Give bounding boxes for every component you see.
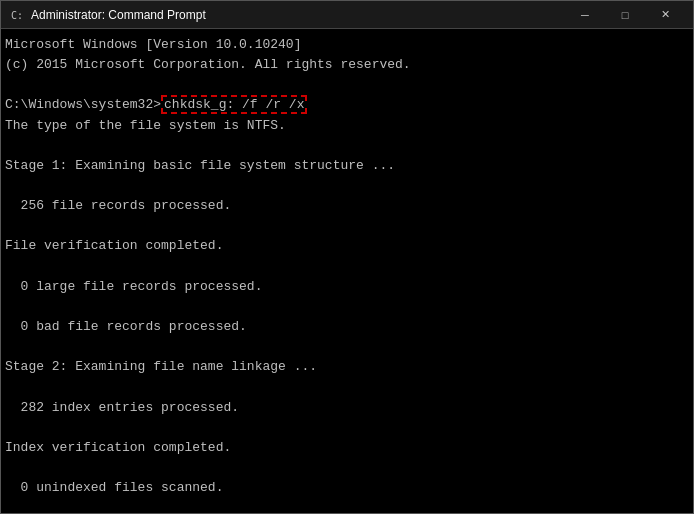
line-23: 0 unindexed files scanned. xyxy=(5,478,689,498)
line-18 xyxy=(5,377,689,397)
line-1: Microsoft Windows [Version 10.0.10240] xyxy=(5,35,689,55)
maximize-button[interactable]: □ xyxy=(605,1,645,29)
command-text: chkdsk_g: /f /r /x xyxy=(161,95,307,115)
line-13: 0 large file records processed. xyxy=(5,277,689,297)
line-3 xyxy=(5,75,689,95)
line-10 xyxy=(5,216,689,236)
svg-text:C:: C: xyxy=(11,10,23,21)
line-9: 256 file records processed. xyxy=(5,196,689,216)
line-11: File verification completed. xyxy=(5,236,689,256)
line-17: Stage 2: Examining file name linkage ... xyxy=(5,357,689,377)
line-21: Index verification completed. xyxy=(5,438,689,458)
line-6 xyxy=(5,136,689,156)
line-2: (c) 2015 Microsoft Corporation. All righ… xyxy=(5,55,689,75)
minimize-button[interactable]: ─ xyxy=(565,1,605,29)
line-20 xyxy=(5,418,689,438)
line-15: 0 bad file records processed. xyxy=(5,317,689,337)
line-19: 282 index entries processed. xyxy=(5,398,689,418)
line-7: Stage 1: Examining basic file system str… xyxy=(5,156,689,176)
window-controls: ─ □ ✕ xyxy=(565,1,685,29)
line-22 xyxy=(5,458,689,478)
line-5: The type of the file system is NTFS. xyxy=(5,116,689,136)
close-button[interactable]: ✕ xyxy=(645,1,685,29)
line-14 xyxy=(5,297,689,317)
prompt: C:\Windows\system32> xyxy=(5,95,161,115)
highlighted-command: chkdsk_g: /f /r /x xyxy=(161,95,307,114)
title-bar: C: Administrator: Command Prompt ─ □ ✕ xyxy=(1,1,693,29)
cmd-icon: C: xyxy=(9,7,25,23)
command-prompt-window: C: Administrator: Command Prompt ─ □ ✕ M… xyxy=(0,0,694,514)
command-input-line: C:\Windows\system32>chkdsk_g: /f /r /x xyxy=(5,95,689,115)
line-8 xyxy=(5,176,689,196)
window-title: Administrator: Command Prompt xyxy=(31,8,565,22)
line-12 xyxy=(5,257,689,277)
console-output: Microsoft Windows [Version 10.0.10240] (… xyxy=(1,29,693,513)
line-16 xyxy=(5,337,689,357)
